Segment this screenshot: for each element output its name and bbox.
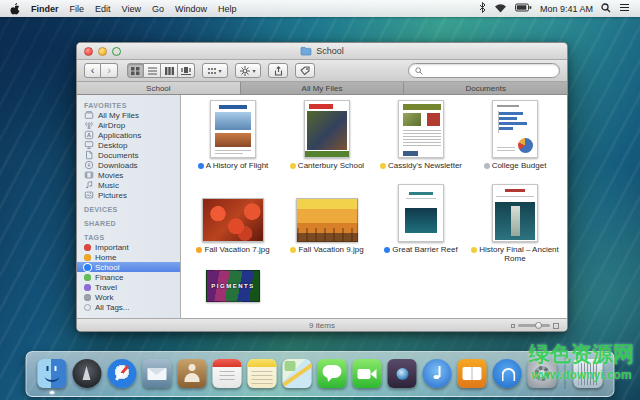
tab-school[interactable]: School [77, 82, 241, 94]
dock-icon-launchpad[interactable] [73, 359, 102, 388]
window-title: School [300, 46, 344, 56]
sidebar-item-documents[interactable]: Documents [77, 150, 180, 160]
window-titlebar[interactable]: School [77, 43, 567, 60]
sidebar-tag-all-tags[interactable]: All Tags... [77, 302, 180, 312]
photo-thumbnail-art [296, 198, 358, 242]
dock-icon-finder[interactable] [38, 359, 67, 388]
sidebar-item-label: Pictures [98, 191, 127, 200]
sidebar-item-label: Travel [95, 283, 117, 292]
file-item[interactable]: Cassidy's Newsletter [374, 98, 468, 182]
file-item[interactable]: Canterbury School [280, 98, 374, 182]
file-item[interactable]: College Budget [468, 98, 562, 182]
menu-clock[interactable]: Mon 9:41 AM [540, 4, 593, 14]
file-item[interactable]: Great Barrier Reef [374, 182, 468, 266]
file-item[interactable]: Fall Vacation 7.jpg [186, 182, 280, 266]
file-label: Canterbury School [290, 161, 364, 170]
sidebar-item-all-my-files[interactable]: All My Files [77, 110, 180, 120]
file-item[interactable]: Fall Vacation 9.jpg [280, 182, 374, 266]
share-button[interactable] [268, 63, 288, 78]
spotlight-icon[interactable] [601, 3, 611, 15]
sidebar-item-airdrop[interactable]: AirDrop [77, 120, 180, 130]
file-item[interactable]: A History of Flight [186, 98, 280, 182]
document-thumbnail-art [304, 100, 350, 158]
sidebar-item-pictures[interactable]: Pictures [77, 190, 180, 200]
zoom-button[interactable] [112, 47, 121, 56]
wifi-icon[interactable] [494, 3, 507, 15]
file-browser-content[interactable]: A History of Flight Canterbury School Ca… [181, 95, 567, 318]
sidebar-header-shared[interactable]: SHARED [77, 218, 180, 228]
file-item[interactable]: PIGMENTS [186, 266, 280, 312]
apple-menu-icon[interactable] [10, 3, 20, 15]
dock-icon-notes[interactable] [248, 359, 277, 388]
icon-size-slider[interactable] [511, 319, 559, 332]
sidebar-tag-school[interactable]: School [77, 262, 180, 272]
back-button[interactable]: ‹ [84, 63, 101, 78]
dock-icon-itunes[interactable] [423, 359, 452, 388]
sidebar-header-devices[interactable]: DEVICES [77, 204, 180, 214]
menu-file[interactable]: File [70, 4, 85, 14]
menu-go[interactable]: Go [152, 4, 164, 14]
sidebar-item-label: School [95, 263, 119, 272]
sidebar-item-label: Desktop [98, 141, 127, 150]
sidebar-item-applications[interactable]: Applications [77, 130, 180, 140]
file-name: Fall Vacation 7.jpg [204, 245, 269, 254]
dock-icon-contacts[interactable] [178, 359, 207, 388]
menu-finder[interactable]: Finder [31, 4, 59, 14]
dock-icon-photo-booth[interactable] [388, 359, 417, 388]
close-button[interactable] [84, 47, 93, 56]
action-menu-button[interactable]: ▾ [235, 63, 261, 78]
dock-icon-safari[interactable] [108, 359, 137, 388]
search-field[interactable] [408, 63, 560, 78]
arrange-menu-button[interactable]: ▾ [202, 63, 228, 78]
sidebar-header-tags[interactable]: TAGS [77, 232, 180, 242]
icon-view-button[interactable] [127, 63, 144, 78]
dock-icon-maps[interactable] [283, 359, 312, 388]
list-view-button[interactable] [144, 63, 161, 78]
minimize-button[interactable] [98, 47, 107, 56]
sidebar-item-downloads[interactable]: Downloads [77, 160, 180, 170]
forward-button[interactable]: › [101, 63, 118, 78]
file-thumbnail [468, 182, 562, 242]
sidebar-tag-finance[interactable]: Finance [77, 272, 180, 282]
sidebar-tag-work[interactable]: Work [77, 292, 180, 302]
slider-track[interactable] [518, 324, 550, 327]
menu-edit[interactable]: Edit [95, 4, 111, 14]
sidebar-header-favorites: FAVORITES [77, 100, 180, 110]
bluetooth-icon[interactable] [479, 2, 486, 15]
sidebar-item-music[interactable]: Music [77, 180, 180, 190]
tag-dot [380, 163, 386, 169]
coverflow-view-button[interactable] [178, 63, 195, 78]
dock-icon-mail[interactable] [143, 359, 172, 388]
file-name: College Budget [492, 161, 547, 170]
column-view-button[interactable] [161, 63, 178, 78]
battery-icon[interactable] [515, 3, 532, 14]
dock-icon-messages[interactable] [318, 359, 347, 388]
sidebar-tag-travel[interactable]: Travel [77, 282, 180, 292]
notification-center-icon[interactable] [619, 3, 630, 14]
sidebar-item-movies[interactable]: Movies [77, 170, 180, 180]
menu-window[interactable]: Window [175, 4, 207, 14]
dock-icon-facetime[interactable] [353, 359, 382, 388]
edit-tags-button[interactable] [295, 63, 315, 78]
sidebar-item-label: Important [95, 243, 129, 252]
tag-dot [84, 254, 91, 261]
tag-dot [290, 247, 296, 253]
tab-documents[interactable]: Documents [404, 82, 567, 94]
document-thumbnail-art [492, 184, 538, 242]
sidebar-tag-home[interactable]: Home [77, 252, 180, 262]
menu-bar: Finder File Edit View Go Window Help Mon… [0, 0, 640, 17]
dock-icon-ibooks[interactable] [458, 359, 487, 388]
dock-icon-calendar[interactable] [213, 359, 242, 388]
search-input[interactable] [426, 66, 553, 75]
menu-view[interactable]: View [122, 4, 141, 14]
menu-help[interactable]: Help [218, 4, 237, 14]
sidebar-tag-important[interactable]: Important [77, 242, 180, 252]
file-item[interactable]: History Final – Ancient Rome [468, 182, 562, 266]
file-name: A History of Flight [206, 161, 269, 170]
sidebar: FAVORITES All My Files AirDrop Applicati… [77, 95, 181, 318]
sidebar-item-desktop[interactable]: Desktop [77, 140, 180, 150]
file-name: Cassidy's Newsletter [388, 161, 462, 170]
slider-knob[interactable] [535, 322, 542, 329]
dock-icon-app-store[interactable] [493, 359, 522, 388]
tab-all-my-files[interactable]: All My Files [241, 82, 405, 94]
